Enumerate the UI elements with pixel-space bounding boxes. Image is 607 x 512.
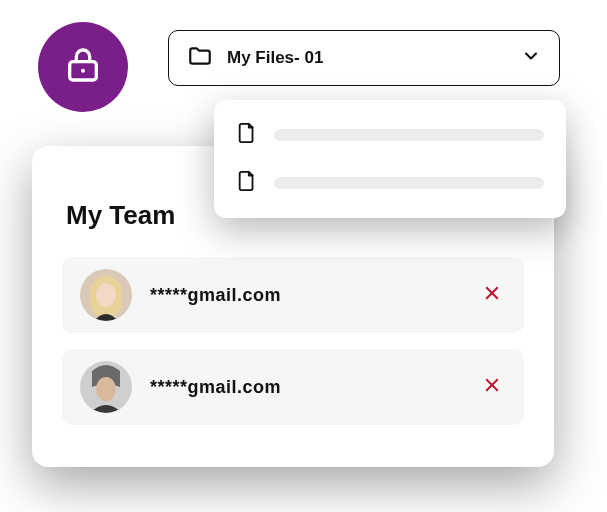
remove-member-button[interactable] xyxy=(478,281,506,309)
svg-point-9 xyxy=(96,377,116,401)
avatar xyxy=(80,361,132,413)
folder-icon xyxy=(187,43,213,73)
remove-member-button[interactable] xyxy=(478,373,506,401)
lock-icon xyxy=(63,45,103,89)
svg-point-4 xyxy=(96,283,116,307)
file-name-placeholder xyxy=(274,177,544,189)
folder-selector-label: My Files- 01 xyxy=(227,48,507,68)
svg-point-1 xyxy=(81,69,85,73)
file-row[interactable] xyxy=(236,120,544,150)
lock-badge xyxy=(38,22,128,112)
file-icon xyxy=(236,120,258,150)
folder-selector[interactable]: My Files- 01 xyxy=(168,30,560,86)
team-member-row: *****gmail.com xyxy=(62,349,524,425)
avatar xyxy=(80,269,132,321)
chevron-down-icon xyxy=(521,46,541,70)
team-member-row: *****gmail.com xyxy=(62,257,524,333)
file-icon xyxy=(236,168,258,198)
files-dropdown-panel xyxy=(214,100,566,218)
member-email: *****gmail.com xyxy=(150,285,460,306)
close-icon xyxy=(483,284,501,306)
file-row[interactable] xyxy=(236,168,544,198)
member-email: *****gmail.com xyxy=(150,377,460,398)
file-name-placeholder xyxy=(274,129,544,141)
close-icon xyxy=(483,376,501,398)
